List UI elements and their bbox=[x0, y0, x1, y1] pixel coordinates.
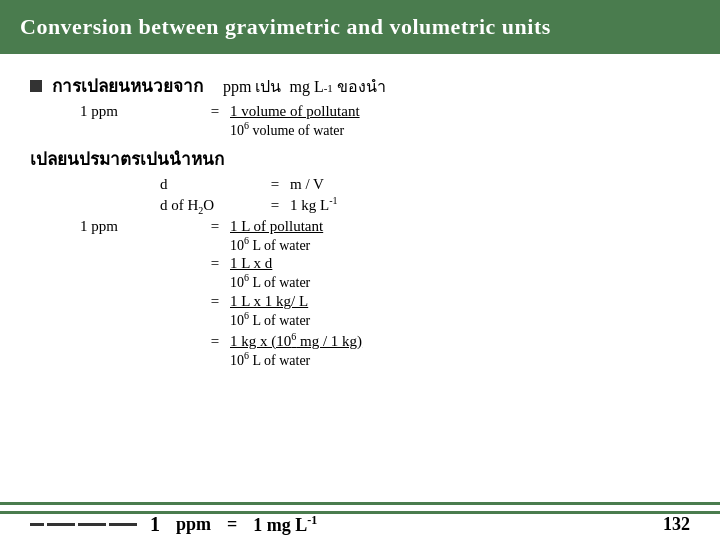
val-1Lxd: 1 L x d bbox=[230, 255, 272, 272]
row1-label: 1 ppm bbox=[80, 103, 200, 120]
header: Conversion between gravimetric and volum… bbox=[0, 0, 720, 54]
bottom-bar: 1 ppm = 1 mg L-1 132 bbox=[0, 502, 720, 540]
row-1kg: = 1 kg x (106 mg / 1 kg) bbox=[80, 331, 690, 350]
d-val: m / V bbox=[290, 176, 324, 193]
row-1Lx1kg: = 1 L x 1 kg/ L bbox=[80, 293, 690, 310]
d-eq: = bbox=[260, 176, 290, 193]
ppm2-val: 1 L of pollutant bbox=[230, 218, 323, 235]
val-1kg: 1 kg x (106 mg / 1 kg) bbox=[230, 331, 362, 350]
ppm2-label: 1 ppm bbox=[80, 218, 200, 235]
row-dh2o: d of H2O = 1 kg L-1 bbox=[160, 195, 690, 216]
bottom-eq: = bbox=[227, 514, 237, 535]
val-1Lx1kg: 1 L x 1 kg/ L bbox=[230, 293, 308, 310]
row-1Lxd-denom: 106 L of water bbox=[230, 272, 690, 291]
d-label: d bbox=[160, 176, 260, 193]
mg-suffix: ของนำ bbox=[337, 74, 386, 99]
section1: การเปลยนหนวยจาก ppm เปน mg L-1 ของนำ bbox=[30, 72, 690, 99]
dh2o-label: d of H2O bbox=[160, 197, 260, 216]
header-title: Conversion between gravimetric and volum… bbox=[20, 14, 551, 39]
ppm-label: ppm เปน bbox=[223, 74, 281, 99]
page-number: 132 bbox=[663, 514, 690, 535]
ppm-row1: 1 ppm = 1 volume of pollutant bbox=[80, 103, 690, 120]
row1-note-num: 10 bbox=[230, 123, 244, 138]
dh2o-eq: = bbox=[260, 197, 290, 214]
bottom-ppm: ppm bbox=[176, 514, 211, 535]
row-1kg-denom: 106 L of water bbox=[230, 350, 690, 369]
row-d: d = m / V bbox=[160, 176, 690, 193]
section1-label: การเปลยนหนวยจาก bbox=[52, 72, 203, 99]
row-1ppm-L-denom: 106 L of water bbox=[230, 235, 690, 254]
bottom-line-decoration bbox=[30, 523, 140, 526]
mg-sup: -1 bbox=[324, 82, 333, 94]
mg-label: mg L bbox=[289, 78, 323, 96]
dh2o-val: 1 kg L-1 bbox=[290, 195, 338, 214]
bottom-num: 1 bbox=[150, 513, 160, 536]
row1-note-suffix: volume of water bbox=[249, 123, 344, 138]
bottom-result: 1 mg L-1 bbox=[253, 513, 663, 536]
bullet bbox=[30, 80, 42, 92]
row-1Lx1kg-denom: 106 L of water bbox=[230, 310, 690, 329]
ppm2-eq: = bbox=[200, 218, 230, 235]
row1-eq: = bbox=[200, 103, 230, 120]
row1-note: 106 volume of water bbox=[230, 120, 690, 139]
section2-title: เปลยนปรมาตรเปนนำหนก bbox=[30, 145, 690, 172]
row-1ppm-L: 1 ppm = 1 L of pollutant bbox=[80, 218, 690, 235]
row1-val: 1 volume of pollutant bbox=[230, 103, 360, 120]
row-1Lxd: = 1 L x d bbox=[80, 255, 690, 272]
